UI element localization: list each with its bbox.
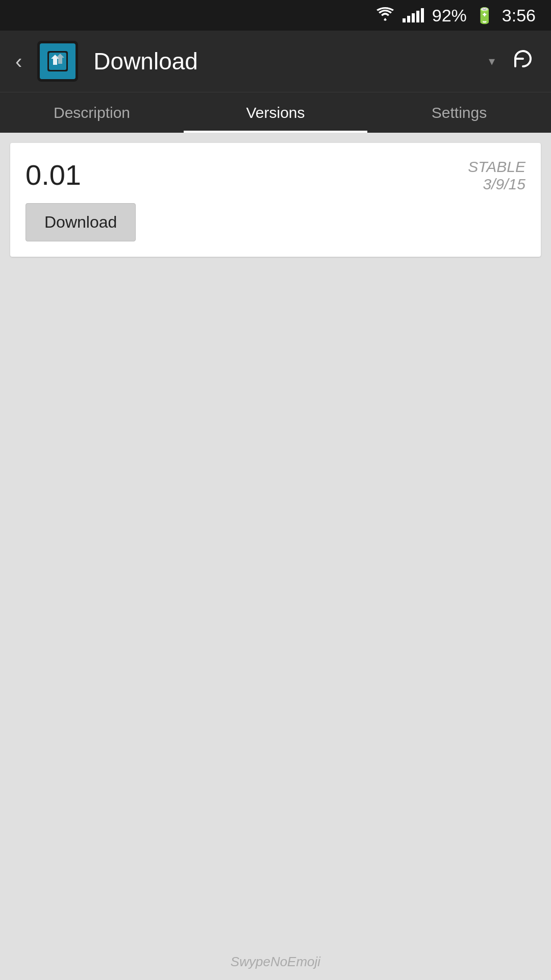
- version-card: 0.01 STABLE 3/9/15 Download: [10, 143, 541, 257]
- dropdown-indicator: ▾: [489, 54, 495, 68]
- wifi-icon: [376, 7, 394, 24]
- download-button[interactable]: Download: [26, 203, 136, 241]
- action-bar: ‹ Download ▾: [0, 31, 551, 92]
- tab-bar: Description Versions Settings: [0, 92, 551, 133]
- version-meta: STABLE 3/9/15: [468, 158, 525, 193]
- refresh-button[interactable]: [505, 41, 541, 82]
- status-time: 3:56: [502, 6, 536, 26]
- app-name-footer: SwypeNoEmoji: [231, 954, 320, 969]
- version-number: 0.01: [26, 158, 81, 191]
- version-date: 3/9/15: [468, 176, 525, 193]
- tab-description[interactable]: Description: [0, 92, 184, 133]
- tab-settings[interactable]: Settings: [367, 92, 551, 133]
- main-content: 0.01 STABLE 3/9/15 Download: [0, 133, 551, 980]
- svg-rect-1: [49, 53, 66, 70]
- back-button[interactable]: ‹: [10, 45, 27, 78]
- battery-icon: 🔋: [475, 7, 494, 24]
- app-icon-inner: [40, 43, 76, 79]
- status-icons: 92% 🔋 3:56: [376, 6, 536, 26]
- page-title: Download: [93, 47, 474, 75]
- version-stable-label: STABLE: [468, 158, 525, 176]
- tab-versions[interactable]: Versions: [184, 92, 367, 133]
- app-icon: [37, 41, 78, 82]
- signal-icon: [403, 8, 424, 22]
- battery-percentage: 92%: [432, 6, 467, 26]
- card-top: 0.01 STABLE 3/9/15: [26, 158, 525, 193]
- footer: SwypeNoEmoji: [0, 944, 551, 980]
- status-bar: 92% 🔋 3:56: [0, 0, 551, 31]
